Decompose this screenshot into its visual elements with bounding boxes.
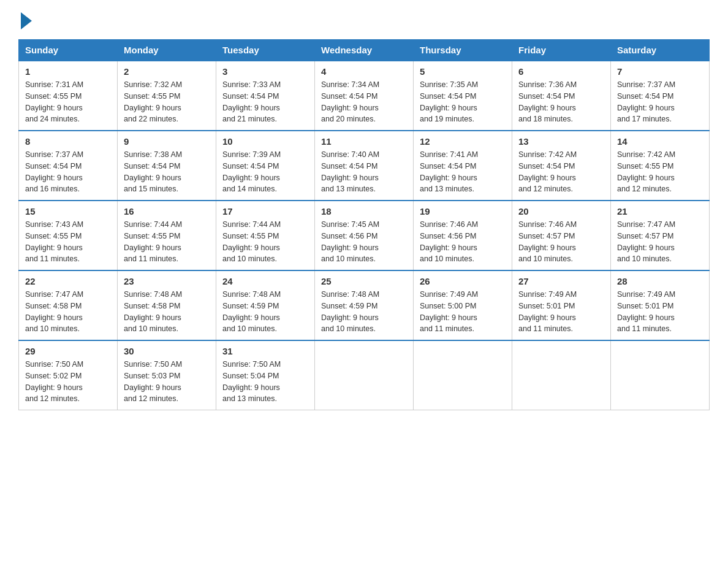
day-info: Sunrise: 7:35 AM Sunset: 4:54 PM Dayligh… <box>420 79 506 125</box>
day-number: 11 <box>321 136 407 147</box>
col-header-friday: Friday <box>512 40 611 61</box>
day-number: 18 <box>321 206 407 216</box>
day-info: Sunrise: 7:41 AM Sunset: 4:54 PM Dayligh… <box>420 149 506 195</box>
day-info: Sunrise: 7:39 AM Sunset: 4:54 PM Dayligh… <box>222 149 308 195</box>
day-number: 6 <box>518 66 604 77</box>
day-number: 25 <box>321 276 407 286</box>
day-number: 23 <box>124 276 210 286</box>
day-number: 31 <box>222 346 308 356</box>
calendar-cell: 13 Sunrise: 7:42 AM Sunset: 4:54 PM Dayl… <box>512 131 611 201</box>
day-number: 16 <box>124 206 210 216</box>
day-info: Sunrise: 7:40 AM Sunset: 4:54 PM Dayligh… <box>321 149 407 195</box>
calendar-cell: 3 Sunrise: 7:33 AM Sunset: 4:54 PM Dayli… <box>216 61 315 131</box>
day-info: Sunrise: 7:32 AM Sunset: 4:55 PM Dayligh… <box>124 79 210 125</box>
day-number: 29 <box>25 346 111 356</box>
day-number: 14 <box>617 136 703 147</box>
day-info: Sunrise: 7:50 AM Sunset: 5:02 PM Dayligh… <box>25 359 111 405</box>
calendar-cell: 1 Sunrise: 7:31 AM Sunset: 4:55 PM Dayli… <box>19 61 118 131</box>
calendar-week-row: 29 Sunrise: 7:50 AM Sunset: 5:02 PM Dayl… <box>19 340 710 410</box>
calendar-cell: 5 Sunrise: 7:35 AM Sunset: 4:54 PM Dayli… <box>414 61 512 131</box>
day-number: 8 <box>25 136 111 147</box>
day-number: 30 <box>124 346 210 356</box>
col-header-saturday: Saturday <box>611 40 710 61</box>
calendar-cell: 25 Sunrise: 7:48 AM Sunset: 4:59 PM Dayl… <box>315 270 414 340</box>
calendar-cell: 10 Sunrise: 7:39 AM Sunset: 4:54 PM Dayl… <box>216 131 315 201</box>
day-number: 15 <box>25 206 111 216</box>
calendar-cell: 23 Sunrise: 7:48 AM Sunset: 4:58 PM Dayl… <box>118 270 216 340</box>
calendar-week-row: 22 Sunrise: 7:47 AM Sunset: 4:58 PM Dayl… <box>19 270 710 340</box>
calendar-cell: 31 Sunrise: 7:50 AM Sunset: 5:04 PM Dayl… <box>216 340 315 410</box>
day-info: Sunrise: 7:49 AM Sunset: 5:01 PM Dayligh… <box>617 289 703 335</box>
calendar-cell: 6 Sunrise: 7:36 AM Sunset: 4:54 PM Dayli… <box>512 61 611 131</box>
calendar-cell: 9 Sunrise: 7:38 AM Sunset: 4:54 PM Dayli… <box>118 131 216 201</box>
day-number: 27 <box>518 276 604 286</box>
day-info: Sunrise: 7:37 AM Sunset: 4:54 PM Dayligh… <box>617 79 703 125</box>
day-info: Sunrise: 7:48 AM Sunset: 4:58 PM Dayligh… <box>124 289 210 335</box>
calendar-cell: 11 Sunrise: 7:40 AM Sunset: 4:54 PM Dayl… <box>315 131 414 201</box>
col-header-tuesday: Tuesday <box>216 40 315 61</box>
day-info: Sunrise: 7:34 AM Sunset: 4:54 PM Dayligh… <box>321 79 407 125</box>
day-info: Sunrise: 7:47 AM Sunset: 4:57 PM Dayligh… <box>617 219 703 265</box>
calendar-week-row: 1 Sunrise: 7:31 AM Sunset: 4:55 PM Dayli… <box>19 61 710 131</box>
day-info: Sunrise: 7:33 AM Sunset: 4:54 PM Dayligh… <box>222 79 308 125</box>
calendar-cell: 22 Sunrise: 7:47 AM Sunset: 4:58 PM Dayl… <box>19 270 118 340</box>
day-number: 3 <box>222 66 308 77</box>
calendar-cell: 26 Sunrise: 7:49 AM Sunset: 5:00 PM Dayl… <box>414 270 512 340</box>
day-number: 2 <box>124 66 210 77</box>
day-number: 5 <box>420 66 506 77</box>
calendar-cell: 2 Sunrise: 7:32 AM Sunset: 4:55 PM Dayli… <box>118 61 216 131</box>
logo-general <box>18 12 32 29</box>
calendar-cell: 7 Sunrise: 7:37 AM Sunset: 4:54 PM Dayli… <box>611 61 710 131</box>
day-info: Sunrise: 7:47 AM Sunset: 4:58 PM Dayligh… <box>25 289 111 335</box>
day-info: Sunrise: 7:46 AM Sunset: 4:56 PM Dayligh… <box>420 219 506 265</box>
day-number: 22 <box>25 276 111 286</box>
calendar-cell: 20 Sunrise: 7:46 AM Sunset: 4:57 PM Dayl… <box>512 201 611 270</box>
day-number: 19 <box>420 206 506 216</box>
calendar-cell: 14 Sunrise: 7:42 AM Sunset: 4:55 PM Dayl… <box>611 131 710 201</box>
day-number: 4 <box>321 66 407 77</box>
day-info: Sunrise: 7:38 AM Sunset: 4:54 PM Dayligh… <box>124 149 210 195</box>
day-info: Sunrise: 7:44 AM Sunset: 4:55 PM Dayligh… <box>124 219 210 265</box>
calendar-cell: 24 Sunrise: 7:48 AM Sunset: 4:59 PM Dayl… <box>216 270 315 340</box>
day-info: Sunrise: 7:50 AM Sunset: 5:03 PM Dayligh… <box>124 359 210 405</box>
logo-arrow-icon <box>21 12 32 29</box>
day-info: Sunrise: 7:36 AM Sunset: 4:54 PM Dayligh… <box>518 79 604 125</box>
day-info: Sunrise: 7:43 AM Sunset: 4:55 PM Dayligh… <box>25 219 111 265</box>
day-number: 26 <box>420 276 506 286</box>
calendar-header-row: SundayMondayTuesdayWednesdayThursdayFrid… <box>19 40 710 61</box>
day-number: 17 <box>222 206 308 216</box>
day-info: Sunrise: 7:42 AM Sunset: 4:55 PM Dayligh… <box>617 149 703 195</box>
day-info: Sunrise: 7:49 AM Sunset: 5:00 PM Dayligh… <box>420 289 506 335</box>
calendar-cell: 4 Sunrise: 7:34 AM Sunset: 4:54 PM Dayli… <box>315 61 414 131</box>
day-info: Sunrise: 7:49 AM Sunset: 5:01 PM Dayligh… <box>518 289 604 335</box>
calendar-cell: 8 Sunrise: 7:37 AM Sunset: 4:54 PM Dayli… <box>19 131 118 201</box>
calendar-cell: 16 Sunrise: 7:44 AM Sunset: 4:55 PM Dayl… <box>118 201 216 270</box>
day-info: Sunrise: 7:46 AM Sunset: 4:57 PM Dayligh… <box>518 219 604 265</box>
col-header-wednesday: Wednesday <box>315 40 414 61</box>
calendar-cell: 30 Sunrise: 7:50 AM Sunset: 5:03 PM Dayl… <box>118 340 216 410</box>
calendar-cell: 17 Sunrise: 7:44 AM Sunset: 4:55 PM Dayl… <box>216 201 315 270</box>
calendar-cell: 15 Sunrise: 7:43 AM Sunset: 4:55 PM Dayl… <box>19 201 118 270</box>
day-number: 28 <box>617 276 703 286</box>
logo <box>18 12 32 27</box>
col-header-sunday: Sunday <box>19 40 118 61</box>
day-info: Sunrise: 7:50 AM Sunset: 5:04 PM Dayligh… <box>222 359 308 405</box>
calendar-cell <box>512 340 611 410</box>
calendar-cell <box>414 340 512 410</box>
calendar-cell: 28 Sunrise: 7:49 AM Sunset: 5:01 PM Dayl… <box>611 270 710 340</box>
calendar-cell: 12 Sunrise: 7:41 AM Sunset: 4:54 PM Dayl… <box>414 131 512 201</box>
day-number: 21 <box>617 206 703 216</box>
calendar-cell: 18 Sunrise: 7:45 AM Sunset: 4:56 PM Dayl… <box>315 201 414 270</box>
day-info: Sunrise: 7:48 AM Sunset: 4:59 PM Dayligh… <box>321 289 407 335</box>
day-number: 9 <box>124 136 210 147</box>
calendar-week-row: 15 Sunrise: 7:43 AM Sunset: 4:55 PM Dayl… <box>19 201 710 270</box>
day-number: 12 <box>420 136 506 147</box>
calendar-cell: 27 Sunrise: 7:49 AM Sunset: 5:01 PM Dayl… <box>512 270 611 340</box>
day-number: 13 <box>518 136 604 147</box>
calendar-cell <box>611 340 710 410</box>
day-info: Sunrise: 7:44 AM Sunset: 4:55 PM Dayligh… <box>222 219 308 265</box>
day-number: 20 <box>518 206 604 216</box>
col-header-thursday: Thursday <box>414 40 512 61</box>
calendar-cell: 21 Sunrise: 7:47 AM Sunset: 4:57 PM Dayl… <box>611 201 710 270</box>
calendar-cell <box>315 340 414 410</box>
